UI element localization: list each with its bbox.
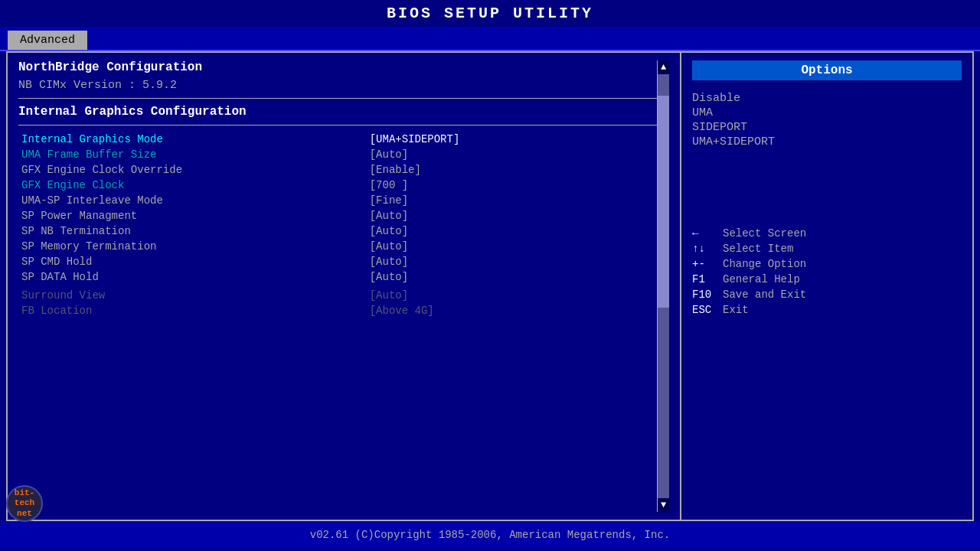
app-title: BIOS SETUP UTILITY bbox=[387, 5, 593, 22]
key-help-row: ←Select Screen bbox=[692, 226, 962, 241]
key-help-row: +-Change Option bbox=[692, 256, 962, 272]
config-item-name: GFX Engine Clock Override bbox=[18, 162, 370, 178]
scrollbar[interactable]: ▲ ▼ bbox=[657, 60, 669, 512]
key-label: ESC bbox=[692, 302, 723, 318]
config-item-name: SP Memory Termination bbox=[18, 239, 370, 254]
key-label: ← bbox=[692, 226, 723, 241]
key-help-row: F1General Help bbox=[692, 272, 962, 287]
title-bar: BIOS SETUP UTILITY bbox=[0, 0, 980, 27]
divider-2 bbox=[18, 125, 657, 126]
option-item: SIDEPORT bbox=[692, 120, 962, 135]
config-row[interactable]: Surround View[Auto] bbox=[18, 288, 657, 303]
config-item-value: [Auto] bbox=[370, 288, 657, 303]
config-item-value: [Enable] bbox=[370, 162, 657, 178]
config-row[interactable]: FB Location[Above 4G] bbox=[18, 303, 657, 318]
sub-section-title: Internal Graphics Configuration bbox=[18, 105, 657, 119]
config-table: Internal Graphics Mode[UMA+SIDEPORT] UMA… bbox=[18, 132, 657, 318]
config-item-value: [Above 4G] bbox=[370, 303, 657, 318]
section-title: NorthBridge Configuration bbox=[18, 60, 657, 74]
logo-circle: bit- tech net bbox=[6, 485, 43, 522]
config-item-value: [Auto] bbox=[370, 239, 657, 254]
tab-advanced[interactable]: Advanced bbox=[8, 31, 87, 50]
key-description: Exit bbox=[723, 302, 962, 318]
version-line: NB CIMx Version : 5.9.2 bbox=[18, 79, 657, 92]
config-item-value: [Auto] bbox=[370, 208, 657, 223]
footer: v02.61 (C)Copyright 1985-2006, American … bbox=[0, 521, 980, 549]
scroll-track bbox=[658, 74, 669, 498]
config-item-value: [UMA+SIDEPORT] bbox=[370, 132, 657, 147]
key-label: ↑↓ bbox=[692, 241, 723, 256]
config-item-name: SP NB Termination bbox=[18, 223, 370, 239]
config-item-value: [Auto] bbox=[370, 254, 657, 269]
footer-text: v02.61 (C)Copyright 1985-2006, American … bbox=[310, 529, 670, 541]
key-help-row: F10Save and Exit bbox=[692, 287, 962, 302]
config-item-value: [700 ] bbox=[370, 178, 657, 193]
config-item-name: SP CMD Hold bbox=[18, 254, 370, 269]
config-row[interactable]: SP CMD Hold[Auto] bbox=[18, 254, 657, 269]
config-item-value: [Fine] bbox=[370, 193, 657, 208]
key-help: ←Select Screen↑↓Select Item+-Change Opti… bbox=[692, 165, 962, 318]
config-item-name: GFX Engine Clock bbox=[18, 178, 370, 193]
config-item-value: [Auto] bbox=[370, 147, 657, 162]
config-item-value: [Auto] bbox=[370, 269, 657, 285]
config-item-name: SP Power Managment bbox=[18, 208, 370, 223]
key-description: Select Screen bbox=[723, 226, 962, 241]
key-description: Change Option bbox=[723, 256, 962, 272]
config-item-name: UMA-SP Interleave Mode bbox=[18, 193, 370, 208]
config-row[interactable]: GFX Engine Clock[700 ] bbox=[18, 178, 657, 193]
options-list: DisableUMASIDEPORTUMA+SIDEPORT bbox=[692, 91, 962, 149]
config-row[interactable]: UMA-SP Interleave Mode[Fine] bbox=[18, 193, 657, 208]
key-description: General Help bbox=[723, 272, 962, 287]
main-content: NorthBridge Configuration NB CIMx Versio… bbox=[6, 51, 974, 521]
config-row[interactable]: UMA Frame Buffer Size[Auto] bbox=[18, 147, 657, 162]
key-label: +- bbox=[692, 256, 723, 272]
key-label: F1 bbox=[692, 272, 723, 287]
left-panel: NorthBridge Configuration NB CIMx Versio… bbox=[8, 53, 681, 520]
key-help-row: ESCExit bbox=[692, 302, 962, 318]
config-row[interactable]: Internal Graphics Mode[UMA+SIDEPORT] bbox=[18, 132, 657, 147]
config-row[interactable]: GFX Engine Clock Override[Enable] bbox=[18, 162, 657, 178]
config-row[interactable]: SP Memory Termination[Auto] bbox=[18, 239, 657, 254]
scroll-thumb[interactable] bbox=[658, 96, 669, 308]
config-item-name: Surround View bbox=[18, 288, 370, 303]
config-item-name: UMA Frame Buffer Size bbox=[18, 147, 370, 162]
key-help-table: ←Select Screen↑↓Select Item+-Change Opti… bbox=[692, 165, 962, 318]
logo: bit- tech net bbox=[6, 485, 44, 523]
config-row[interactable]: SP Power Managment[Auto] bbox=[18, 208, 657, 223]
key-help-row: ↑↓Select Item bbox=[692, 241, 962, 256]
divider-1 bbox=[18, 98, 657, 99]
tab-bar: Advanced bbox=[0, 27, 980, 51]
config-row[interactable]: SP DATA Hold[Auto] bbox=[18, 269, 657, 285]
config-item-value: [Auto] bbox=[370, 223, 657, 239]
config-item-name: Internal Graphics Mode bbox=[18, 132, 370, 147]
logo-text: bit- tech net bbox=[8, 488, 41, 519]
right-panel: Options DisableUMASIDEPORTUMA+SIDEPORT ←… bbox=[681, 53, 972, 520]
option-item: Disable bbox=[692, 91, 962, 106]
option-item: UMA bbox=[692, 106, 962, 120]
key-label: F10 bbox=[692, 287, 723, 302]
scroll-up-arrow[interactable]: ▲ bbox=[659, 60, 668, 74]
key-description: Select Item bbox=[723, 241, 962, 256]
config-item-name: SP DATA Hold bbox=[18, 269, 370, 285]
options-header: Options bbox=[692, 60, 962, 80]
key-description: Save and Exit bbox=[723, 287, 962, 302]
config-row[interactable]: SP NB Termination[Auto] bbox=[18, 223, 657, 239]
scroll-down-arrow[interactable]: ▼ bbox=[659, 498, 668, 512]
config-item-name: FB Location bbox=[18, 303, 370, 318]
option-item: UMA+SIDEPORT bbox=[692, 135, 962, 149]
